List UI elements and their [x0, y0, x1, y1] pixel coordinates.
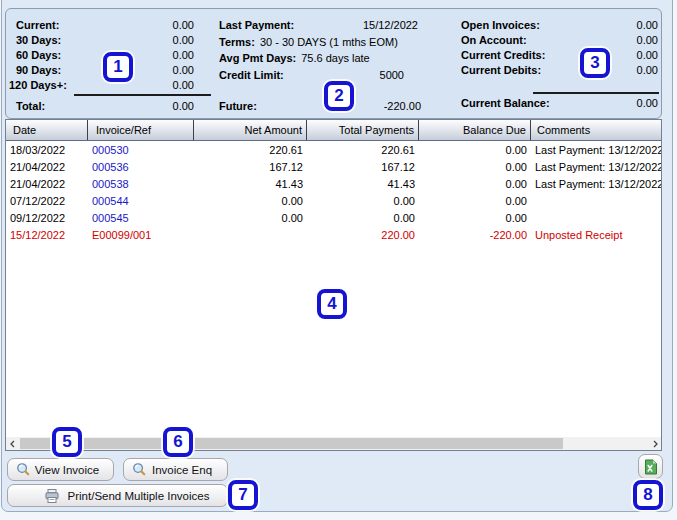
last-payment-row: Last Payment: 15/12/2022 [219, 17, 418, 32]
current-credits-row: Current Credits: 0.00 [461, 47, 658, 62]
chevron-right-icon[interactable] [648, 437, 661, 450]
horizontal-scrollbar[interactable] [6, 437, 661, 450]
aging-row-current: Current: 0.00 [16, 17, 194, 32]
table-row-unposted-receipt[interactable]: 15/12/2022 E00099/001 220.00 -220.00 Unp… [6, 227, 661, 244]
view-invoice-button[interactable]: View Invoice [7, 458, 114, 481]
printer-icon [44, 488, 60, 504]
aging-total-row: Total: 0.00 [16, 98, 194, 113]
current-debits-row: Current Debits: 0.00 [461, 62, 658, 77]
annotation-8: 8 [633, 480, 663, 510]
table-row[interactable]: 09/12/2022 000545 0.00 0.00 0.00 [6, 210, 661, 227]
future-row: Future: -220.00 [219, 98, 421, 113]
balance-rule [533, 92, 659, 94]
aging-total-rule [74, 94, 211, 96]
avg-pmt-days-row: Avg Pmt Days: 75.6 days late [219, 50, 459, 65]
magnifier-icon [16, 462, 31, 477]
open-invoices-row: Open Invoices: 0.00 [461, 17, 658, 32]
table-header: Date Invoice/Ref Net Amount Total Paymen… [6, 120, 661, 141]
column-header-net-amount[interactable]: Net Amount [194, 120, 307, 140]
scrollbar-thumb[interactable] [20, 438, 563, 449]
view-invoice-label: View Invoice [31, 464, 113, 476]
aging-row-120: 120 Days+: 0.00 [9, 77, 194, 92]
invoice-table: Date Invoice/Ref Net Amount Total Paymen… [5, 119, 662, 451]
annotation-7: 7 [228, 480, 258, 510]
customer-account-enquiry: Current: 0.00 30 Days: 0.00 60 Days: 0.0… [0, 0, 677, 520]
annotation-5: 5 [52, 427, 82, 457]
excel-export-button[interactable] [638, 454, 663, 479]
print-send-label: Print/Send Multiple Invoices [60, 490, 227, 502]
invoice-enq-label: Invoice Enq [147, 464, 227, 476]
excel-icon [643, 459, 659, 475]
current-balance-row: Current Balance: 0.00 [461, 95, 658, 110]
on-account-row: On Account: 0.00 [461, 32, 658, 47]
annotation-3: 3 [580, 48, 610, 78]
column-header-invoice-ref[interactable]: Invoice/Ref [88, 120, 194, 140]
chevron-left-icon[interactable] [6, 437, 19, 450]
credit-limit-row: Credit Limit: 5000 [219, 67, 404, 82]
table-row[interactable]: 21/04/2022 000536 167.12 167.12 0.00 Las… [6, 159, 661, 176]
column-header-date[interactable]: Date [6, 120, 88, 140]
table-row[interactable]: 21/04/2022 000538 41.43 41.43 0.00 Last … [6, 176, 661, 193]
column-header-comments[interactable]: Comments [531, 120, 661, 140]
magnifier-icon [132, 462, 147, 477]
invoice-enq-button[interactable]: Invoice Enq [123, 458, 228, 481]
print-send-multiple-invoices-button[interactable]: Print/Send Multiple Invoices [7, 484, 228, 507]
table-body: 18/03/2022 000530 220.61 220.61 0.00 Las… [6, 142, 661, 244]
annotation-6: 6 [163, 427, 193, 457]
terms-row: Terms: 30 - 30 DAYS (1 mths EOM) [219, 34, 459, 49]
column-header-balance-due[interactable]: Balance Due [419, 120, 531, 140]
annotation-1: 1 [103, 52, 133, 82]
table-row[interactable]: 18/03/2022 000530 220.61 220.61 0.00 Las… [6, 142, 661, 159]
table-row[interactable]: 07/12/2022 000544 0.00 0.00 0.00 [6, 193, 661, 210]
annotation-4: 4 [317, 289, 347, 319]
annotation-2: 2 [324, 81, 354, 111]
aging-row-30: 30 Days: 0.00 [16, 32, 194, 47]
column-header-total-payments[interactable]: Total Payments [307, 120, 419, 140]
